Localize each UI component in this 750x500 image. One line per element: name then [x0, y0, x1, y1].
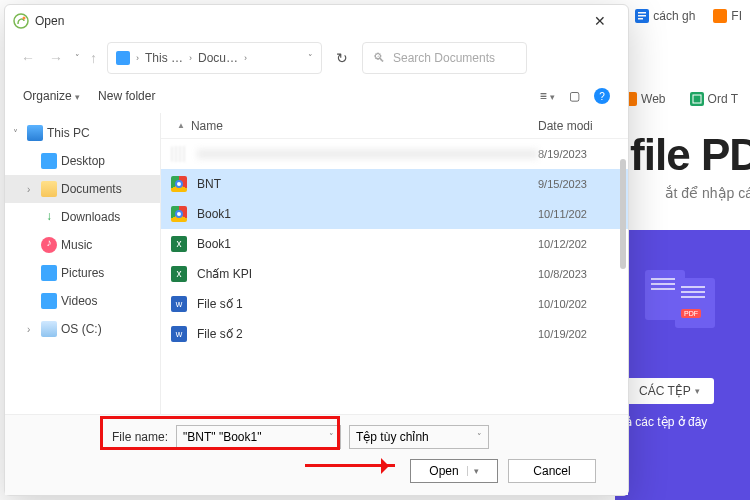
- word-icon: [171, 296, 187, 312]
- svg-rect-3: [638, 18, 643, 20]
- chrome-icon: [171, 176, 187, 192]
- chevron-down-icon[interactable]: ˅: [308, 53, 313, 63]
- tree-item-documents[interactable]: ›Documents: [5, 175, 160, 203]
- tree-item-os-c[interactable]: ›OS (C:): [5, 315, 160, 343]
- fpt-icon: [713, 9, 727, 23]
- sort-indicator-icon: ▲: [177, 121, 185, 130]
- file-row[interactable]: File số 210/19/202: [161, 319, 628, 349]
- annotation-arrow: [305, 464, 395, 467]
- close-button[interactable]: ✕: [580, 7, 620, 35]
- docs-icon: [635, 9, 649, 23]
- svg-rect-1: [638, 12, 646, 14]
- file-row[interactable]: File số 110/10/202: [161, 289, 628, 319]
- upload-panel: CÁC TỆP▾ ả các tệp ở đây: [615, 230, 750, 500]
- forward-button[interactable]: →: [47, 50, 65, 66]
- breadcrumb-segment[interactable]: Docu…: [198, 51, 238, 65]
- tree-item-downloads[interactable]: Downloads: [5, 203, 160, 231]
- app-icon: [13, 13, 29, 29]
- svg-point-9: [23, 17, 26, 20]
- svg-rect-4: [713, 9, 727, 23]
- help-icon[interactable]: ?: [594, 88, 610, 104]
- file-row[interactable]: Chấm KPI10/8/2023: [161, 259, 628, 289]
- nav-tree: ˅This PC Desktop ›Documents Downloads Mu…: [5, 113, 160, 414]
- open-button[interactable]: Open ▾: [410, 459, 498, 483]
- tree-item-desktop[interactable]: Desktop: [5, 147, 160, 175]
- file-row[interactable]: 8/19/2023: [161, 139, 628, 169]
- titlebar: Open ✕: [5, 5, 628, 37]
- file-row[interactable]: Book110/11/202: [161, 199, 628, 229]
- word-icon: [171, 326, 187, 342]
- disk-icon: [41, 321, 57, 337]
- browser-tab[interactable]: cách gh: [627, 5, 703, 27]
- column-headers[interactable]: ▲ Name Date modi: [161, 113, 628, 139]
- breadcrumb-segment[interactable]: This …: [145, 51, 183, 65]
- select-files-button[interactable]: CÁC TỆP▾: [625, 378, 714, 404]
- drop-hint: ả các tệp ở đây: [625, 415, 707, 429]
- address-bar[interactable]: › This … › Docu… › ˅: [107, 42, 322, 74]
- chrome-icon: [171, 206, 187, 222]
- svg-rect-2: [638, 15, 646, 17]
- browser-tab[interactable]: FI: [705, 5, 750, 27]
- column-date[interactable]: Date modi: [538, 119, 628, 133]
- up-button[interactable]: ↑: [90, 50, 97, 66]
- excel-icon: [171, 266, 187, 282]
- sheets-icon: [690, 92, 704, 106]
- search-icon: 🔍︎: [373, 51, 385, 65]
- folder-icon: [116, 51, 130, 65]
- file-type-filter[interactable]: Tệp tùy chỉnh˅: [349, 425, 489, 449]
- videos-icon: [41, 293, 57, 309]
- preview-pane-button[interactable]: ▢: [569, 89, 580, 103]
- annotation-box: [100, 416, 340, 450]
- cancel-button[interactable]: Cancel: [508, 459, 596, 483]
- pc-icon: [27, 125, 43, 141]
- tree-item-videos[interactable]: Videos: [5, 287, 160, 315]
- bookmark-item[interactable]: Ord T: [682, 88, 746, 110]
- dialog-title: Open: [35, 14, 64, 28]
- history-dropdown[interactable]: ˅: [75, 53, 80, 63]
- scrollbar[interactable]: [620, 159, 626, 269]
- tree-item-this-pc[interactable]: ˅This PC: [5, 119, 160, 147]
- tab-label: FI: [731, 9, 742, 23]
- search-input[interactable]: 🔍︎ Search Documents: [362, 42, 527, 74]
- file-row[interactable]: Book110/12/202: [161, 229, 628, 259]
- download-icon: [41, 209, 57, 225]
- folder-icon: [41, 181, 57, 197]
- page-subtitle: ắt để nhập các: [665, 185, 751, 201]
- page-title: file PD: [630, 130, 750, 180]
- tree-item-music[interactable]: Music: [5, 231, 160, 259]
- music-icon: [41, 237, 57, 253]
- desktop-icon: [41, 153, 57, 169]
- svg-point-8: [14, 14, 28, 28]
- back-button[interactable]: ←: [19, 50, 37, 66]
- search-placeholder: Search Documents: [393, 51, 495, 65]
- view-menu[interactable]: ≡ ▾: [540, 89, 555, 103]
- tree-item-pictures[interactable]: Pictures: [5, 259, 160, 287]
- svg-rect-6: [690, 92, 704, 106]
- file-icon: [171, 146, 187, 162]
- excel-icon: [171, 236, 187, 252]
- refresh-button[interactable]: ↻: [332, 50, 352, 66]
- pictures-icon: [41, 265, 57, 281]
- pdf-files-icon: [645, 270, 715, 328]
- column-name[interactable]: Name: [191, 119, 538, 133]
- file-list: 8/19/2023 BNT9/15/2023 Book110/11/202 Bo…: [161, 139, 628, 414]
- tab-label: cách gh: [653, 9, 695, 23]
- new-folder-button[interactable]: New folder: [98, 89, 155, 103]
- organize-menu[interactable]: Organize ▾: [23, 89, 80, 103]
- file-row[interactable]: BNT9/15/2023: [161, 169, 628, 199]
